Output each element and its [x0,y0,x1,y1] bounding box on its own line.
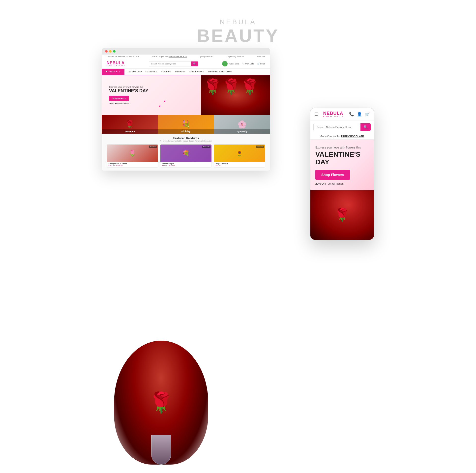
vase-glass [151,435,171,465]
category-sympathy[interactable]: 🌸 Sympathy [214,115,270,134]
roses-vase-display: 🌹 [114,341,208,465]
product-card-2[interactable]: 💐 More Info Mixed Bouquet $89.99 - $129.… [160,144,212,168]
product-price-1: $207.99 - $279.99 [108,165,156,166]
desktop-titlebar [102,48,270,55]
trusted-store: ✓ Trusted Store [222,61,239,66]
birthday-label: Birthday [158,129,214,134]
nav-features[interactable]: FEATURES [146,69,157,75]
search-input[interactable] [149,62,191,66]
coupon-text: Get a Coupon For FREE CHOCOLATE [152,56,187,58]
large-roses-vase: 🌹 [114,341,208,465]
more-info-text[interactable]: More Info [257,56,265,58]
roses-background [201,75,270,115]
product-name-3: Tulips Bouquet [215,163,264,165]
wish-list-link[interactable]: ♡ Wish Lists [242,63,254,65]
mobile-shop-button[interactable]: Shop Flowers [315,170,350,180]
nav-epic-extras[interactable]: EPIC EXTRAS [189,69,204,75]
mobile-roses-emoji: 🌹 [334,208,350,222]
romance-label: Romance [102,129,158,134]
products-grid: 🌷 More Info Arrangement of Roses $207.99… [107,144,265,168]
mobile-hero: Express your love with flowers this VALE… [310,140,374,190]
hero-subtitle: Express your love with flowers this [109,86,148,88]
mobile-coupon-link[interactable]: FREE CHOCOLATE [341,135,364,138]
titlebar-minimize[interactable] [109,50,112,53]
mobile-discount: 20% OFF On All Roses [315,182,369,185]
mobile-account-icon[interactable]: 👤 [357,112,362,117]
nav-about[interactable]: ABOUT US ▾ [128,69,142,75]
trusted-label: Trusted Store [229,63,239,65]
desktop-nav: ☰ SHOP ALL ABOUT US ▾ FEATURES REVIEWS S… [102,69,270,75]
logo-tagline: FLORAL BEAUTY [107,65,125,66]
product-name-1: Arrangement of Roses [108,163,156,165]
mobile-logo[interactable]: NEBULA FLORAL BEAUTY [323,111,344,117]
desktop-categories: 🌹 Romance 💐 Birthday 🌸 Sympathy [102,115,270,134]
mobile-menu-icon[interactable]: ☰ [314,112,318,117]
desktop-hero: Express your love with flowers this VALE… [102,75,270,115]
phone-text: (866) 499-5261 [200,56,214,58]
mobile-hero-title: VALENTINE'S DAY [315,151,369,166]
mobile-search-bar[interactable]: 🔍 [313,123,371,131]
desktop-topbar: 123 First St. Ashland, Or 97520 USA Get … [102,55,270,59]
product-info-3: Tulips Bouquet $91.07 [214,162,265,167]
product-card-3[interactable]: 🌻 More Info Tulips Bouquet $91.07 [214,144,265,168]
featured-title: Featured Products [107,137,265,140]
mobile-search-input[interactable] [314,124,360,131]
search-button[interactable]: 🔍 [191,61,198,66]
desktop-header-right: ✓ Trusted Store ♡ Wish Lists 🛒 $0.00 [222,61,265,66]
more-info-badge-2[interactable]: More Info [202,146,210,148]
mobile-roses-image: 🌹 [310,190,374,240]
product-card-1[interactable]: 🌷 More Info Arrangement of Roses $207.99… [107,144,158,168]
titlebar-maximize[interactable] [113,50,116,53]
desktop-featured: Featured Products Top products, hand pic… [102,134,270,171]
mobile-header: ☰ NEBULA FLORAL BEAUTY 📞 👤 🛒 [310,108,374,120]
nav-items: ABOUT US ▾ FEATURES REVIEWS SUPPORT EPIC… [124,69,236,75]
desktop-mockup: 123 First St. Ashland, Or 97520 USA Get … [102,48,270,171]
product-name-2: Mixed Bouquet [162,163,210,165]
nav-reviews[interactable]: REVIEWS [161,69,171,75]
product-info-1: Arrangement of Roses $207.99 - $279.99 [107,162,158,167]
nav-support[interactable]: SUPPORT [175,69,185,75]
brand-title: NEBULA BEAUTY [197,18,279,46]
category-romance[interactable]: 🌹 Romance [102,115,158,134]
trusted-icon: ✓ [222,61,228,66]
hero-image [201,75,270,115]
featured-subtitle: Top products, hand picked by Nebula Beau… [107,140,265,142]
hero-title: VALENTINE'S DAY [109,88,148,94]
heart-decoration-1: ❤ [159,105,161,108]
hero-discount: 20% OFF On All Roses [109,102,148,105]
desktop-header: NEBULA FLORAL BEAUTY 🔍 ✓ Trusted Store ♡… [102,59,270,69]
address-text: 123 First St. Ashland, Or 97520 USA [107,56,139,58]
more-info-badge-1[interactable]: More Info [149,146,157,148]
hero-text: Express your love with flowers this VALE… [102,81,156,110]
brand-nebula: NEBULA [197,18,279,26]
nav-shipping[interactable]: SHIPPING & RETURNS [208,69,232,75]
titlebar-close[interactable] [105,50,108,53]
product-price-2: $89.99 - $129.99 [162,165,210,166]
mobile-logo-tagline: FLORAL BEAUTY [323,116,344,117]
sympathy-label: Sympathy [214,129,270,134]
mobile-phone-icon[interactable]: 📞 [349,112,354,117]
shop-all-button[interactable]: ☰ SHOP ALL [102,69,124,75]
desktop-logo[interactable]: NEBULA FLORAL BEAUTY [107,61,125,66]
category-birthday[interactable]: 💐 Birthday [158,115,214,134]
product-price-3: $91.07 [215,165,264,166]
mobile-logo-nebula: NEBULA [323,111,344,116]
mobile-cart-icon[interactable]: 🛒 [365,112,370,117]
heart-decoration-2: ❤ [164,100,166,103]
product-info-2: Mixed Bouquet $89.99 - $129.99 [160,162,211,167]
mobile-hero-subtitle: Express your love with flowers this [315,146,369,150]
login-text[interactable]: Login / My Account [227,56,244,58]
mobile-coupon: Get a Coupon For FREE CHOCOLATE [310,134,374,140]
desktop-browser: 123 First St. Ashland, Or 97520 USA Get … [102,55,270,171]
more-info-badge-3[interactable]: More Info [256,146,264,148]
hero-shop-button[interactable]: Shop Flowers [109,96,129,101]
mobile-header-icons: 📞 👤 🛒 [349,112,370,117]
cart-button[interactable]: 🛒 $0.00 [257,63,265,65]
mobile-mockup: ☰ NEBULA FLORAL BEAUTY 📞 👤 🛒 🔍 Get a Cou… [310,108,374,240]
desktop-search-bar[interactable]: 🔍 [149,61,198,66]
mobile-search-button[interactable]: 🔍 [360,123,371,131]
logo-nebula: NEBULA [107,61,125,65]
brand-beauty: BEAUTY [197,26,279,46]
